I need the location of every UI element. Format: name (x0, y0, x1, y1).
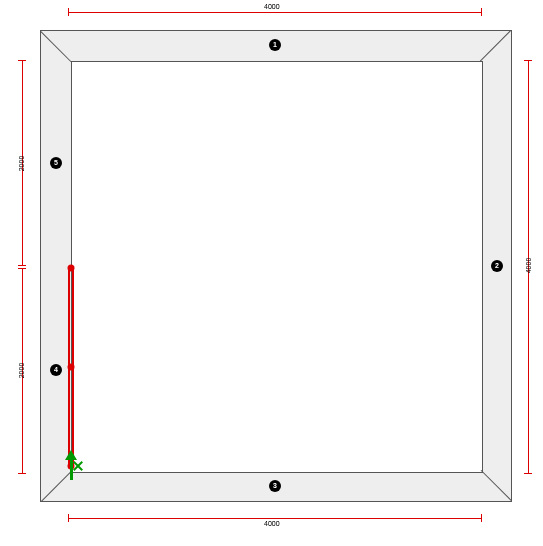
dim-left-upper-label: 2000 (18, 156, 25, 172)
floor-plan-canvas: 4000 4000 4000 2000 2000 1 2 3 4 5 (0, 0, 543, 546)
wall-outer (40, 30, 512, 502)
corner-diag-tr (480, 30, 511, 61)
dim-right-label: 4000 (525, 258, 532, 274)
wall-marker-4[interactable]: 4 (50, 364, 62, 376)
direction-arrow[interactable] (65, 468, 77, 480)
dim-top-label: 4000 (264, 3, 280, 10)
dim-bottom (68, 518, 481, 519)
dim-left-lower-label: 2000 (18, 363, 25, 379)
corner-diag-tl (40, 31, 71, 62)
corner-diag-br (481, 470, 512, 501)
dim-bottom-label: 4000 (264, 520, 280, 527)
wall-inner (71, 61, 483, 473)
wall-marker-2[interactable]: 2 (491, 260, 503, 272)
opening-node-mid[interactable] (68, 364, 75, 371)
wall-marker-3[interactable]: 3 (269, 480, 281, 492)
opening-node-top[interactable] (68, 265, 75, 272)
dim-top (68, 12, 481, 13)
wall-marker-1[interactable]: 1 (269, 39, 281, 51)
wall-marker-5[interactable]: 5 (50, 157, 62, 169)
